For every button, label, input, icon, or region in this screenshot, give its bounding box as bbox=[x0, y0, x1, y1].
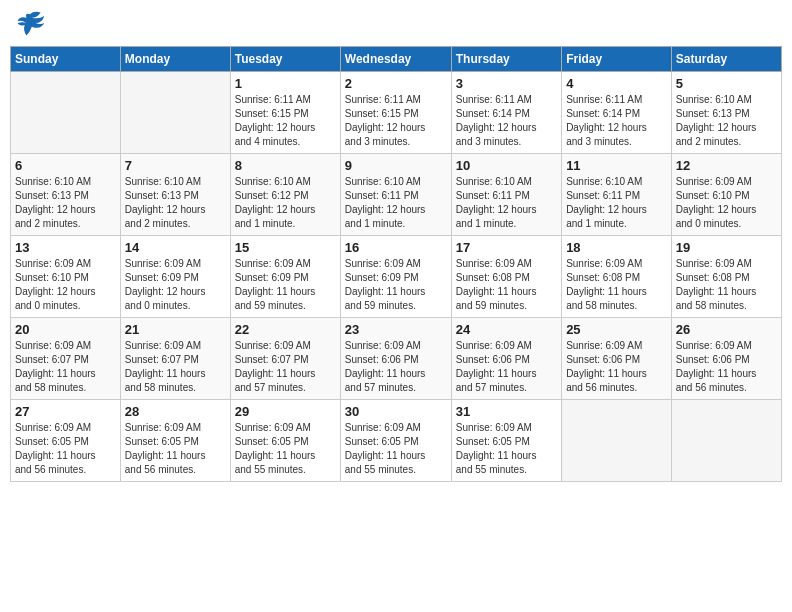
calendar-cell: 6Sunrise: 6:10 AM Sunset: 6:13 PM Daylig… bbox=[11, 154, 121, 236]
day-number: 21 bbox=[125, 322, 226, 337]
day-info: Sunrise: 6:09 AM Sunset: 6:05 PM Dayligh… bbox=[15, 421, 116, 477]
day-number: 29 bbox=[235, 404, 336, 419]
calendar-cell: 23Sunrise: 6:09 AM Sunset: 6:06 PM Dayli… bbox=[340, 318, 451, 400]
weekday-header: Thursday bbox=[451, 47, 561, 72]
calendar-cell bbox=[11, 72, 121, 154]
day-number: 18 bbox=[566, 240, 667, 255]
weekday-header: Wednesday bbox=[340, 47, 451, 72]
day-info: Sunrise: 6:09 AM Sunset: 6:09 PM Dayligh… bbox=[125, 257, 226, 313]
day-info: Sunrise: 6:10 AM Sunset: 6:13 PM Dayligh… bbox=[125, 175, 226, 231]
calendar-cell: 14Sunrise: 6:09 AM Sunset: 6:09 PM Dayli… bbox=[120, 236, 230, 318]
weekday-header: Saturday bbox=[671, 47, 781, 72]
day-info: Sunrise: 6:09 AM Sunset: 6:05 PM Dayligh… bbox=[125, 421, 226, 477]
day-number: 30 bbox=[345, 404, 447, 419]
weekday-header: Monday bbox=[120, 47, 230, 72]
calendar-cell: 28Sunrise: 6:09 AM Sunset: 6:05 PM Dayli… bbox=[120, 400, 230, 482]
day-info: Sunrise: 6:10 AM Sunset: 6:13 PM Dayligh… bbox=[15, 175, 116, 231]
calendar-cell: 11Sunrise: 6:10 AM Sunset: 6:11 PM Dayli… bbox=[562, 154, 672, 236]
day-number: 27 bbox=[15, 404, 116, 419]
day-info: Sunrise: 6:09 AM Sunset: 6:07 PM Dayligh… bbox=[125, 339, 226, 395]
day-info: Sunrise: 6:09 AM Sunset: 6:10 PM Dayligh… bbox=[15, 257, 116, 313]
day-number: 26 bbox=[676, 322, 777, 337]
calendar-cell: 18Sunrise: 6:09 AM Sunset: 6:08 PM Dayli… bbox=[562, 236, 672, 318]
calendar-cell: 10Sunrise: 6:10 AM Sunset: 6:11 PM Dayli… bbox=[451, 154, 561, 236]
calendar-table: SundayMondayTuesdayWednesdayThursdayFrid… bbox=[10, 46, 782, 482]
day-info: Sunrise: 6:09 AM Sunset: 6:09 PM Dayligh… bbox=[235, 257, 336, 313]
day-number: 9 bbox=[345, 158, 447, 173]
day-info: Sunrise: 6:10 AM Sunset: 6:11 PM Dayligh… bbox=[456, 175, 557, 231]
day-info: Sunrise: 6:09 AM Sunset: 6:08 PM Dayligh… bbox=[566, 257, 667, 313]
day-info: Sunrise: 6:10 AM Sunset: 6:12 PM Dayligh… bbox=[235, 175, 336, 231]
weekday-header: Sunday bbox=[11, 47, 121, 72]
calendar-cell: 5Sunrise: 6:10 AM Sunset: 6:13 PM Daylig… bbox=[671, 72, 781, 154]
day-info: Sunrise: 6:10 AM Sunset: 6:11 PM Dayligh… bbox=[566, 175, 667, 231]
calendar-cell bbox=[562, 400, 672, 482]
weekday-header: Friday bbox=[562, 47, 672, 72]
calendar-cell: 17Sunrise: 6:09 AM Sunset: 6:08 PM Dayli… bbox=[451, 236, 561, 318]
day-info: Sunrise: 6:09 AM Sunset: 6:07 PM Dayligh… bbox=[235, 339, 336, 395]
day-info: Sunrise: 6:09 AM Sunset: 6:08 PM Dayligh… bbox=[676, 257, 777, 313]
day-info: Sunrise: 6:10 AM Sunset: 6:11 PM Dayligh… bbox=[345, 175, 447, 231]
day-number: 25 bbox=[566, 322, 667, 337]
calendar-cell: 29Sunrise: 6:09 AM Sunset: 6:05 PM Dayli… bbox=[230, 400, 340, 482]
day-number: 17 bbox=[456, 240, 557, 255]
calendar-cell: 9Sunrise: 6:10 AM Sunset: 6:11 PM Daylig… bbox=[340, 154, 451, 236]
calendar-week-row: 13Sunrise: 6:09 AM Sunset: 6:10 PM Dayli… bbox=[11, 236, 782, 318]
day-info: Sunrise: 6:09 AM Sunset: 6:05 PM Dayligh… bbox=[235, 421, 336, 477]
day-info: Sunrise: 6:09 AM Sunset: 6:05 PM Dayligh… bbox=[456, 421, 557, 477]
calendar-cell: 7Sunrise: 6:10 AM Sunset: 6:13 PM Daylig… bbox=[120, 154, 230, 236]
day-info: Sunrise: 6:09 AM Sunset: 6:06 PM Dayligh… bbox=[676, 339, 777, 395]
day-number: 22 bbox=[235, 322, 336, 337]
day-number: 24 bbox=[456, 322, 557, 337]
day-number: 3 bbox=[456, 76, 557, 91]
day-number: 14 bbox=[125, 240, 226, 255]
calendar-cell bbox=[671, 400, 781, 482]
day-number: 31 bbox=[456, 404, 557, 419]
day-info: Sunrise: 6:09 AM Sunset: 6:08 PM Dayligh… bbox=[456, 257, 557, 313]
day-number: 13 bbox=[15, 240, 116, 255]
day-number: 16 bbox=[345, 240, 447, 255]
calendar-cell: 24Sunrise: 6:09 AM Sunset: 6:06 PM Dayli… bbox=[451, 318, 561, 400]
calendar-cell: 4Sunrise: 6:11 AM Sunset: 6:14 PM Daylig… bbox=[562, 72, 672, 154]
calendar-cell: 16Sunrise: 6:09 AM Sunset: 6:09 PM Dayli… bbox=[340, 236, 451, 318]
calendar-cell: 12Sunrise: 6:09 AM Sunset: 6:10 PM Dayli… bbox=[671, 154, 781, 236]
calendar-cell bbox=[120, 72, 230, 154]
day-number: 28 bbox=[125, 404, 226, 419]
calendar-cell: 20Sunrise: 6:09 AM Sunset: 6:07 PM Dayli… bbox=[11, 318, 121, 400]
day-info: Sunrise: 6:11 AM Sunset: 6:15 PM Dayligh… bbox=[235, 93, 336, 149]
logo-bird-icon bbox=[14, 10, 46, 38]
calendar-cell: 1Sunrise: 6:11 AM Sunset: 6:15 PM Daylig… bbox=[230, 72, 340, 154]
day-info: Sunrise: 6:09 AM Sunset: 6:06 PM Dayligh… bbox=[456, 339, 557, 395]
calendar-week-row: 20Sunrise: 6:09 AM Sunset: 6:07 PM Dayli… bbox=[11, 318, 782, 400]
calendar-cell: 2Sunrise: 6:11 AM Sunset: 6:15 PM Daylig… bbox=[340, 72, 451, 154]
calendar-cell: 27Sunrise: 6:09 AM Sunset: 6:05 PM Dayli… bbox=[11, 400, 121, 482]
day-number: 5 bbox=[676, 76, 777, 91]
day-number: 4 bbox=[566, 76, 667, 91]
day-number: 23 bbox=[345, 322, 447, 337]
day-info: Sunrise: 6:09 AM Sunset: 6:05 PM Dayligh… bbox=[345, 421, 447, 477]
weekday-header-row: SundayMondayTuesdayWednesdayThursdayFrid… bbox=[11, 47, 782, 72]
day-number: 6 bbox=[15, 158, 116, 173]
day-info: Sunrise: 6:11 AM Sunset: 6:15 PM Dayligh… bbox=[345, 93, 447, 149]
day-number: 1 bbox=[235, 76, 336, 91]
calendar-week-row: 1Sunrise: 6:11 AM Sunset: 6:15 PM Daylig… bbox=[11, 72, 782, 154]
calendar-cell: 31Sunrise: 6:09 AM Sunset: 6:05 PM Dayli… bbox=[451, 400, 561, 482]
day-info: Sunrise: 6:11 AM Sunset: 6:14 PM Dayligh… bbox=[566, 93, 667, 149]
day-info: Sunrise: 6:11 AM Sunset: 6:14 PM Dayligh… bbox=[456, 93, 557, 149]
calendar-cell: 15Sunrise: 6:09 AM Sunset: 6:09 PM Dayli… bbox=[230, 236, 340, 318]
day-number: 12 bbox=[676, 158, 777, 173]
day-number: 11 bbox=[566, 158, 667, 173]
day-info: Sunrise: 6:09 AM Sunset: 6:07 PM Dayligh… bbox=[15, 339, 116, 395]
calendar-week-row: 27Sunrise: 6:09 AM Sunset: 6:05 PM Dayli… bbox=[11, 400, 782, 482]
day-number: 8 bbox=[235, 158, 336, 173]
calendar-week-row: 6Sunrise: 6:10 AM Sunset: 6:13 PM Daylig… bbox=[11, 154, 782, 236]
calendar-cell: 21Sunrise: 6:09 AM Sunset: 6:07 PM Dayli… bbox=[120, 318, 230, 400]
calendar-cell: 22Sunrise: 6:09 AM Sunset: 6:07 PM Dayli… bbox=[230, 318, 340, 400]
page-header bbox=[10, 10, 782, 38]
day-info: Sunrise: 6:09 AM Sunset: 6:06 PM Dayligh… bbox=[566, 339, 667, 395]
calendar-cell: 19Sunrise: 6:09 AM Sunset: 6:08 PM Dayli… bbox=[671, 236, 781, 318]
calendar-cell: 30Sunrise: 6:09 AM Sunset: 6:05 PM Dayli… bbox=[340, 400, 451, 482]
weekday-header: Tuesday bbox=[230, 47, 340, 72]
day-info: Sunrise: 6:10 AM Sunset: 6:13 PM Dayligh… bbox=[676, 93, 777, 149]
day-number: 7 bbox=[125, 158, 226, 173]
